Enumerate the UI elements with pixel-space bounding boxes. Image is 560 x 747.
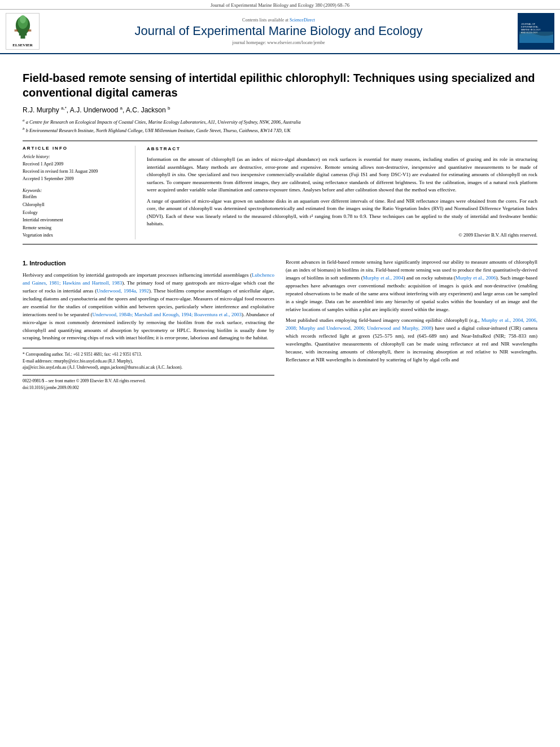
footnote-2: E-mail addresses: rmurphy@eicc.bio.usyd.… [23,358,274,364]
history-label: Article history: [23,154,128,161]
abstract-col: ABSTRACT Information on the amount of ch… [147,146,537,239]
journal-header: ELSEVIER Contents lists available at Sci… [0,10,560,54]
elsevier-tree-icon [10,15,36,41]
svg-rect-6 [28,29,31,32]
abstract-title: ABSTRACT [147,146,537,152]
affiliations: a a Centre for Research on Ecological Im… [23,117,537,134]
journal-citation-text: Journal of Experimental Marine Biology a… [211,2,349,8]
keyword-intertidal: Intertidal environment [23,216,128,224]
journal-title-block: Contents lists available at ScienceDirec… [44,18,513,45]
contents-line: Contents lists available at ScienceDirec… [44,18,513,23]
ref-lubchenco: Lubchenco and Gaines, 1981; Hawkins and … [23,272,274,286]
elsevier-logo: ELSEVIER [6,13,40,50]
ref-murphy-multiple: Murphy et al., 2004, 2006, 2008; Murphy … [286,317,537,331]
keywords-section: Keywords: Biofilm Chlorophyll Ecology In… [23,188,128,239]
footnote-area: * Corresponding author. Tel.: +61 2 9351… [23,348,274,370]
article-info-title: ARTICLE INFO [23,146,128,151]
accepted-date: Accepted 1 September 2009 [23,176,128,183]
svg-rect-5 [14,29,18,32]
keywords-label: Keywords: [23,188,128,193]
affiliation-b: b b Environmental Research Institute, No… [23,126,537,134]
body-columns: 1. Introduction Herbivory and competitio… [23,253,537,391]
journal-logo-box: JOURNAL OF EXPERIMENTAL MARINE BIOLOGY A… [518,13,554,50]
keyword-remote-sensing: Remote sensing [23,224,128,232]
abstract-para-1: Information on the amount of chlorophyll… [147,156,537,194]
ref-murphy-2004: Murphy et al., 2004 [363,275,404,281]
article-history: Article history: Received 1 April 2009 R… [23,154,128,182]
section-1-heading: 1. Introduction [23,259,274,268]
body-left-col: 1. Introduction Herbivory and competitio… [23,259,274,391]
svg-point-4 [20,15,26,23]
affiliation-a: a a Centre for Research on Ecological Im… [23,117,537,126]
revised-date: Received in revised form 31 August 2009 [23,168,128,176]
abstract-para-2: A range of quantities of micro-algae was… [147,198,537,228]
footnote-1: * Corresponding author. Tel.: +61 2 9351… [23,351,274,357]
received-date: Received 1 April 2009 [23,161,128,168]
article-info-col: ARTICLE INFO Article history: Received 1… [23,146,135,239]
journal-citation-bar: Journal of Experimental Marine Biology a… [0,0,560,10]
intro-para-right-2: Most published studies employing field-b… [286,317,537,364]
keyword-chlorophyll: Chlorophyll [23,201,128,209]
doi-text: doi:10.1016/j.jembe.2009.09.002 [23,385,274,391]
ref-murphy-2006: Murphy et al., 2006 [456,275,496,281]
ref-underwood-1984b: Underwood, 1984b; Marshall and Keough, 1… [92,312,242,317]
intro-para-1: Herbivory and competition by intertidal … [23,272,274,342]
journal-logo-image: JOURNAL OF EXPERIMENTAL MARINE BIOLOGY A… [519,20,553,43]
info-abstract-row: ARTICLE INFO Article history: Received 1… [23,141,537,244]
sciencedirect-link[interactable]: ScienceDirect [290,18,315,23]
copyright-notice: 0022-0981/$ – see front matter © 2009 El… [23,375,274,391]
intro-para-right-1: Recent advances in field-based remote se… [286,259,537,314]
keywords-list: Biofilm Chlorophyll Ecology Intertidal e… [23,193,128,239]
journal-title: Journal of Experimental Marine Biology a… [44,24,513,38]
ref-underwood-1984: Underwood, 1984a, 1992 [97,288,149,294]
article-title: Field-based remote sensing of intertidal… [23,71,537,100]
keyword-vegetation-index: Vegetation index [23,231,128,239]
authors-line: R.J. Murphy a,*, A.J. Underwood a, A.C. … [23,106,537,114]
svg-text:AND ECOLOGY: AND ECOLOGY [521,31,538,34]
abstract-text: Information on the amount of chlorophyll… [147,156,537,228]
body-right-col: Recent advances in field-based remote se… [286,259,537,391]
keyword-biofilm: Biofilm [23,193,128,201]
keyword-ecology: Ecology [23,209,128,217]
journal-logo-right: JOURNAL OF EXPERIMENTAL MARINE BIOLOGY A… [518,13,554,50]
elsevier-wordmark: ELSEVIER [8,43,37,47]
copyright-line: © 2009 Elsevier B.V. All rights reserved… [147,231,537,239]
license-text: 0022-0981/$ – see front matter © 2009 El… [23,378,274,385]
journal-homepage: journal homepage: www.elsevier.com/locat… [44,40,513,45]
footnote-3: aju@eicc.bio.usyd.edu.au (A.J. Underwood… [23,364,274,370]
main-content: Field-based remote sensing of intertidal… [0,54,560,396]
